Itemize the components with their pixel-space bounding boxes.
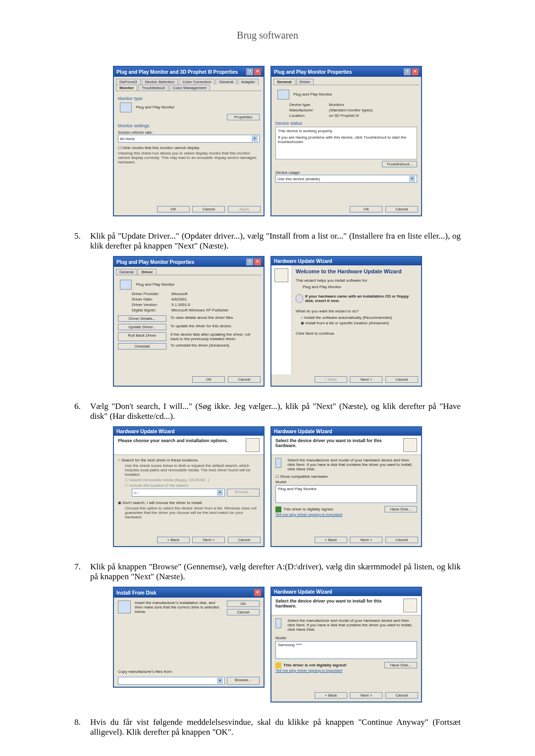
step-text: Klik på knappen "Browse" (Gennemse), væl… [90, 562, 461, 582]
location-value: on 3D Prophet III [329, 113, 359, 118]
step-5: 5. Klik på "Update Driver..." (Opdater d… [74, 231, 461, 251]
back-button[interactable]: < Back [315, 692, 347, 699]
hide-modes-checkbox[interactable]: Hide modes that this monitor cannot disp… [118, 146, 260, 150]
tab-color-management[interactable]: Color Management [169, 85, 210, 91]
unsigned-label: This driver is not digitally signed! [283, 663, 347, 667]
next-button[interactable]: Next > [350, 692, 382, 699]
cancel-button[interactable]: Cancel [385, 206, 418, 212]
close-icon[interactable]: × [254, 258, 261, 265]
close-icon[interactable]: × [254, 589, 261, 596]
device-status-header: Device status [275, 121, 417, 126]
next-button[interactable]: Next > [192, 537, 225, 543]
browse-button[interactable]: Browse... [227, 677, 260, 685]
chk-show-compatible[interactable]: Show compatible hardware [275, 474, 417, 479]
tab-general[interactable]: General [116, 269, 137, 275]
hardware-update-wizard-select-driver: Hardware Update Wizard Select the device… [270, 426, 422, 547]
signed-label: This driver is digitally signed. [283, 507, 334, 511]
pnp-monitor-properties-general-dialog: Plug and Play Monitor Properties ? × Gen… [270, 66, 422, 216]
rollback-button[interactable]: Roll Back Driver [118, 332, 166, 341]
refresh-rate-select[interactable]: 60 Hertz ▾ [118, 135, 260, 143]
chevron-down-icon[interactable]: ▾ [252, 136, 258, 142]
opt-dont-search[interactable]: Don't search. I will choose the driver t… [118, 501, 260, 505]
back-button[interactable]: < Back [157, 537, 190, 543]
monitor-name: Plug and Play Monitor [136, 105, 174, 109]
opt-search-note: Use the check boxes below to limit or ex… [125, 463, 260, 477]
opt-install-from-list[interactable]: Install from a list or specific location… [301, 321, 417, 325]
ok-button[interactable]: OK [157, 206, 190, 212]
step-number: 6. [74, 402, 81, 421]
wizard-head: Please choose your search and installati… [118, 438, 243, 443]
apply-button: Apply [228, 206, 261, 212]
driver-details-button[interactable]: Driver Details... [118, 315, 166, 322]
tell-me-why-link[interactable]: Tell me why driver signing is important [275, 668, 417, 673]
signer-value: Microsoft Windows XP Publisher [171, 308, 228, 312]
hardware-update-wizard-search-options: Hardware Update Wizard Please choose you… [113, 426, 265, 547]
ok-button[interactable]: OK [350, 206, 382, 212]
tab-geforce3[interactable]: GeForce3 [116, 79, 141, 85]
have-disk-button[interactable]: Have Disk... [384, 662, 417, 668]
chevron-down-icon[interactable]: ▾ [217, 678, 223, 684]
driver-details-text: To view details about the driver files. [170, 315, 260, 322]
tab-color-correction[interactable]: Color Correction [179, 79, 214, 85]
hardware-update-wizard-welcome: Hardware Update Wizard Welcome to the Ha… [270, 256, 422, 387]
tab-driver[interactable]: Driver [296, 79, 314, 85]
tab-device-selection[interactable]: Device Selection [142, 79, 178, 85]
window-title: Plug and Play Monitor and 3D Prophet III… [116, 69, 245, 75]
help-icon[interactable]: ? [404, 68, 411, 75]
troubleshoot-button[interactable]: Troubleshoot... [382, 161, 417, 167]
opt-install-auto[interactable]: Install the software automatically (Reco… [301, 315, 417, 320]
tab-troubleshoot[interactable]: Troubleshoot [138, 85, 168, 91]
close-icon[interactable]: × [254, 68, 261, 75]
cancel-button[interactable]: Cancel [385, 537, 418, 543]
model-listbox[interactable]: Samsung **** [275, 641, 417, 659]
model-item[interactable]: Samsung **** [278, 643, 415, 647]
model-listbox[interactable]: Plug and Play Monitor [275, 485, 417, 503]
opt-dont-search-note: Choose this option to select the device … [125, 506, 260, 519]
model-item[interactable]: Plug and Play Monitor [278, 487, 415, 491]
help-icon[interactable]: ? [246, 258, 253, 265]
next-button[interactable]: Next > [350, 376, 382, 383]
cancel-button[interactable]: Cancel [385, 376, 418, 383]
ok-button[interactable]: OK [192, 376, 225, 383]
back-button: < Back [315, 376, 347, 383]
uninstall-button[interactable]: Uninstall [118, 343, 166, 350]
wizard-icon [403, 599, 417, 612]
cancel-button[interactable]: Cancel [192, 206, 225, 212]
step-number: 5. [74, 231, 81, 251]
cancel-button[interactable]: Cancel [228, 537, 261, 543]
ok-button[interactable]: OK [227, 601, 260, 607]
cancel-button[interactable]: Cancel [227, 609, 260, 615]
date-label: Driver Date: [132, 297, 171, 302]
close-icon[interactable]: × [412, 68, 419, 75]
location-label: Location: [289, 113, 329, 118]
copy-from-select[interactable]: ▾ [118, 677, 225, 685]
device-usage-select[interactable]: Use this device (enable) ▾ [275, 175, 417, 183]
monitor-icon [275, 618, 281, 628]
tab-general[interactable]: General [273, 79, 295, 85]
step-8: 8. Hvis du får vist følgende meddelelses… [74, 717, 461, 737]
cancel-button[interactable]: Cancel [228, 376, 261, 383]
properties-button[interactable]: Properties [227, 114, 260, 120]
update-driver-button[interactable]: Update Driver... [118, 324, 166, 330]
window-title: Plug and Play Monitor Properties [116, 259, 245, 265]
opt-search-locations[interactable]: Search for the best driver in these loca… [118, 458, 260, 462]
device-status-box: This device is working properly. If you … [275, 127, 417, 159]
device-name: Plug and Play Monitor [293, 92, 332, 97]
tab-driver[interactable]: Driver [138, 269, 156, 275]
location-path-select: A:\ ▾ [132, 489, 225, 497]
tab-adapter[interactable]: Adapter [238, 79, 259, 85]
monitor-icon [120, 280, 132, 290]
help-icon[interactable]: ? [246, 68, 253, 75]
tell-me-why-link[interactable]: Tell me why driver signing is important [275, 512, 417, 517]
wizard-question: What do you want the wizard to do? [296, 309, 417, 313]
back-button[interactable]: < Back [315, 537, 347, 543]
have-disk-button[interactable]: Have Disk... [384, 506, 417, 512]
refresh-rate-value: 60 Hertz [120, 137, 252, 141]
tab-monitor[interactable]: Monitor [116, 85, 137, 91]
cancel-button[interactable]: Cancel [385, 692, 418, 699]
tab-general[interactable]: General [215, 79, 236, 85]
titlebar: Plug and Play Monitor Properties ? × [114, 257, 264, 267]
chevron-down-icon[interactable]: ▾ [409, 176, 415, 182]
next-button[interactable]: Next > [350, 537, 382, 543]
device-type-value: Monitors [329, 102, 344, 107]
